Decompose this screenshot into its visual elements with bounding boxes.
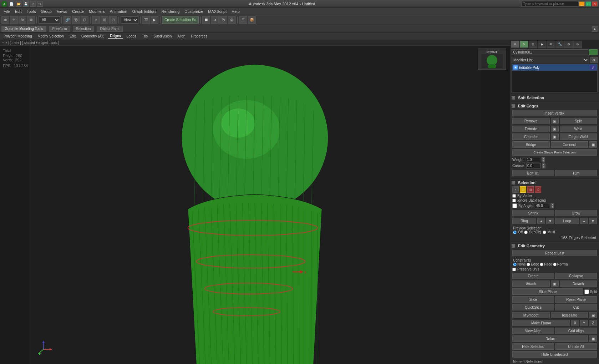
- tab-modify[interactable]: ✎: [520, 41, 528, 48]
- constraint-normal-radio[interactable]: [553, 263, 557, 266]
- selection-toggle[interactable]: −: [512, 181, 515, 184]
- preserve-uvs-check[interactable]: [512, 268, 516, 271]
- tab-create[interactable]: ⊕: [511, 41, 519, 48]
- crease-down[interactable]: ▼: [542, 166, 545, 168]
- snap-angle[interactable]: ⊿: [211, 16, 219, 24]
- grow-btn[interactable]: Grow: [555, 210, 597, 216]
- ring-spinner-up[interactable]: ▲: [537, 218, 545, 224]
- make-planar-y[interactable]: Y: [580, 320, 588, 326]
- polygon-icon[interactable]: ⬡: [535, 186, 541, 193]
- make-planar-x[interactable]: X: [571, 320, 579, 326]
- cut-btn[interactable]: Cut: [555, 304, 597, 310]
- quickslice-btn[interactable]: QuickSlice: [512, 304, 554, 310]
- shrink-btn[interactable]: Shrink: [512, 210, 554, 216]
- create-shape-btn[interactable]: Create Shape From Selection: [512, 149, 597, 156]
- attach-options[interactable]: ▣: [551, 280, 559, 287]
- create-selection-btn[interactable]: Create Selection Se: [162, 16, 199, 24]
- menu-views[interactable]: Views: [55, 9, 69, 14]
- render-btn[interactable]: ▶: [151, 16, 158, 24]
- edit-edges-toggle[interactable]: −: [512, 104, 515, 108]
- create-btn[interactable]: Create: [512, 273, 554, 279]
- slice-split-check[interactable]: [584, 289, 589, 294]
- hide-unselected-btn[interactable]: Hide Unselected: [512, 351, 597, 358]
- rotate-tool[interactable]: ↻: [19, 16, 26, 24]
- split-btn[interactable]: Split: [560, 118, 597, 124]
- hide-selected-btn[interactable]: Hide Selected: [512, 343, 554, 350]
- detach-btn[interactable]: Detach: [560, 280, 597, 287]
- menu-help[interactable]: Help: [229, 9, 242, 14]
- angle-down[interactable]: ▼: [550, 206, 554, 208]
- viewport-canvas[interactable]: x: [0, 46, 510, 364]
- snap-spinner[interactable]: ◎: [228, 16, 236, 24]
- render-setup[interactable]: 🎬: [142, 16, 150, 24]
- ring-btn[interactable]: Ring: [512, 218, 536, 224]
- insert-vertex-btn[interactable]: Insert Vertex: [512, 110, 597, 116]
- viewport[interactable]: + + | [ Front ] [ Shaded + Edged Faces ]: [0, 40, 510, 364]
- object-name-input[interactable]: [512, 49, 588, 55]
- weight-up[interactable]: ▲: [542, 157, 545, 160]
- bind-tool[interactable]: ⊡: [81, 16, 88, 24]
- menu-group[interactable]: Group: [39, 9, 54, 14]
- maximize-btn[interactable]: □: [585, 1, 591, 6]
- by-angle-check[interactable]: [512, 203, 517, 208]
- edit-tab[interactable]: Edit: [67, 34, 78, 39]
- save-btn[interactable]: 💾: [23, 1, 29, 7]
- slice-plane-btn[interactable]: Slice Plane: [512, 288, 583, 295]
- slice-btn[interactable]: Slice: [512, 296, 554, 303]
- extrude-options[interactable]: ▣: [551, 126, 559, 132]
- snap-toggle[interactable]: 🔲: [202, 16, 210, 24]
- edit-tri-btn[interactable]: Edit Tri.: [512, 170, 554, 176]
- attach-btn[interactable]: Attach: [512, 280, 550, 287]
- preview-off-radio[interactable]: [513, 231, 517, 234]
- mirror-tool[interactable]: ⊧: [92, 16, 100, 24]
- preview-multi-radio[interactable]: [543, 231, 546, 234]
- array-tool[interactable]: ⊞: [101, 16, 108, 24]
- turn-btn[interactable]: Turn: [555, 170, 597, 176]
- tab-7[interactable]: ⚙: [564, 41, 573, 48]
- view-align-btn[interactable]: View Align: [512, 328, 554, 334]
- modifier-options-btn[interactable]: ⚙: [590, 57, 598, 63]
- geometry-all-tab[interactable]: Geometry (All): [79, 34, 106, 39]
- ring-spinner-down[interactable]: ▼: [546, 218, 554, 224]
- constraint-face-radio[interactable]: [540, 263, 543, 266]
- make-planar-z[interactable]: Z: [589, 320, 597, 326]
- unlink-tool[interactable]: ⛓: [72, 16, 80, 24]
- menu-graph-editors[interactable]: Graph Editors: [130, 9, 159, 14]
- align-tool[interactable]: ⊟: [109, 16, 117, 24]
- selection-header[interactable]: − Selection: [512, 180, 598, 186]
- menu-edit[interactable]: Edit: [13, 9, 24, 14]
- weight-down[interactable]: ▼: [542, 160, 545, 162]
- snap-percent[interactable]: %: [219, 16, 227, 24]
- menu-animation[interactable]: Animation: [108, 9, 130, 14]
- menu-maxscript[interactable]: MAXScript: [206, 9, 229, 14]
- open-btn[interactable]: 📂: [16, 1, 21, 7]
- graphite-modeling-tools[interactable]: Graphite Modeling Tools: [1, 26, 46, 32]
- edit-geometry-toggle[interactable]: −: [512, 244, 515, 248]
- edit-geometry-header[interactable]: − Edit Geometry: [512, 243, 598, 249]
- properties-tab[interactable]: Properties: [189, 34, 210, 39]
- view-dropdown[interactable]: View: [121, 16, 138, 24]
- freeform-section[interactable]: Freeform: [49, 26, 70, 32]
- modifier-list-dropdown[interactable]: Modifier List: [512, 57, 589, 63]
- by-vertex-check[interactable]: [512, 194, 516, 198]
- menu-modifiers[interactable]: Modifiers: [87, 9, 107, 14]
- loop-btn[interactable]: Loop: [555, 218, 579, 224]
- tab-display[interactable]: 👁: [547, 41, 555, 48]
- chamfer-options[interactable]: ▣: [551, 133, 559, 140]
- preview-subobj-radio[interactable]: [524, 231, 528, 234]
- modify-selection-tab[interactable]: Modify Selection: [36, 34, 66, 39]
- loop-spinner-up[interactable]: ▲: [580, 218, 588, 224]
- constraint-edge-radio[interactable]: [527, 263, 530, 266]
- menu-file[interactable]: File: [1, 9, 12, 14]
- search-input[interactable]: [521, 1, 578, 7]
- unhide-all-btn[interactable]: Unhide All: [555, 343, 597, 350]
- menu-customize[interactable]: Customize: [182, 9, 205, 14]
- make-planar-btn[interactable]: Make Planar: [512, 320, 570, 326]
- soft-selection-header[interactable]: − Soft Selection: [512, 95, 598, 101]
- edges-tab[interactable]: Edges: [108, 34, 123, 39]
- chamfer-btn[interactable]: Chamfer: [512, 133, 550, 140]
- minimize-btn[interactable]: _: [579, 1, 585, 6]
- color-swatch[interactable]: [589, 49, 598, 55]
- menu-create[interactable]: Create: [70, 9, 86, 14]
- polygon-modeling-tab[interactable]: Polygon Modeling: [1, 34, 34, 39]
